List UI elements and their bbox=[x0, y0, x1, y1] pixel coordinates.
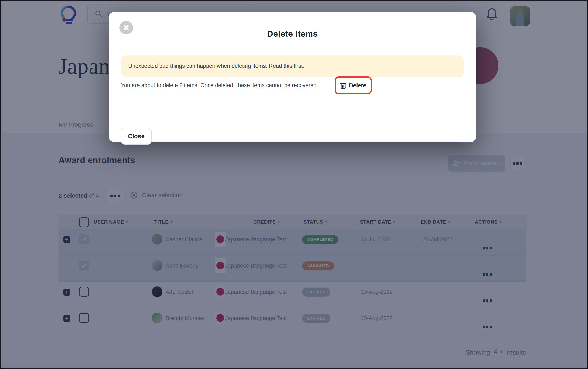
modal-close-icon[interactable] bbox=[120, 21, 133, 34]
delete-items-modal: Delete Items Unexpected bad things can h… bbox=[109, 12, 476, 142]
modal-footer: Close bbox=[109, 117, 476, 142]
trash-icon bbox=[340, 82, 346, 89]
delete-button[interactable]: Delete bbox=[335, 76, 372, 94]
confirmation-text: You are about to delete 2 items. Once de… bbox=[121, 82, 318, 89]
close-button-label: Close bbox=[128, 133, 145, 140]
modal-header: Delete Items bbox=[109, 12, 476, 53]
app-screen: Japanese My Progress Award enrolments En… bbox=[0, 0, 588, 369]
close-button[interactable]: Close bbox=[121, 128, 152, 144]
warning-text: Unexpected bad things can happen when de… bbox=[128, 63, 304, 69]
modal-title: Delete Items bbox=[109, 29, 476, 39]
delete-button-label: Delete bbox=[349, 82, 366, 89]
x-icon bbox=[123, 24, 130, 31]
warning-banner: Unexpected bad things can happen when de… bbox=[121, 55, 464, 77]
